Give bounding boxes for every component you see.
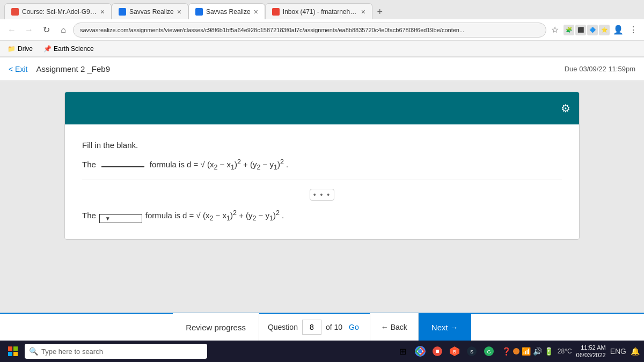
separator	[82, 180, 562, 180]
taskbar-colorful-icon[interactable]: G	[481, 344, 496, 359]
forward-nav-button[interactable]: →	[21, 23, 36, 38]
clock[interactable]: 11:52 AM 06/03/2022	[576, 344, 606, 359]
lang-indicator[interactable]: ENG	[610, 347, 626, 356]
reload-button[interactable]: ↻	[39, 23, 54, 38]
go-button[interactable]: Go	[347, 323, 361, 331]
tab-1[interactable]: Course: Sci-Mr.Adel-G9BD ×	[4, 3, 112, 19]
content-wrapper: ⚙ Fill in the blank. The formula is d = …	[0, 81, 644, 313]
home-button[interactable]: ⌂	[56, 23, 71, 38]
date-display: 06/03/2022	[576, 351, 606, 359]
taskbar-brave-icon[interactable]: B	[447, 344, 462, 359]
dots-section: • • •	[82, 189, 562, 201]
nav-right: ☆ 🧩 ⬛ 🔷 ⭐ 👤 ⋮	[548, 24, 640, 36]
svg-text:S: S	[470, 349, 473, 354]
tab-3-label: Savvas Realize	[206, 8, 251, 16]
question-nav: Question of 10 Go	[259, 313, 370, 341]
gear-icon[interactable]: ⚙	[561, 102, 570, 115]
tab-2[interactable]: Savvas Realize ×	[112, 3, 188, 19]
answer-before: The	[82, 211, 96, 220]
menu-icon[interactable]: ⋮	[627, 24, 640, 36]
start-button[interactable]	[4, 343, 21, 360]
answer-row: The ▼ formula is d = √ (x2 − x1)2 + (y2 …	[82, 209, 562, 223]
next-button[interactable]: Next →	[419, 313, 471, 341]
address-bar[interactable]: savvasrealize.com/assignments/viewer/cla…	[73, 23, 546, 38]
search-placeholder: Type here to search	[41, 348, 103, 356]
notification-icon[interactable]: 🔔	[631, 347, 640, 356]
bookmark-label-2: Earth Science	[54, 45, 94, 53]
fill-blank-instruction: Fill in the blank.	[82, 141, 562, 150]
answer-after: formula is d = √ (x2 − x1)2 + (y2 − y1)2…	[145, 209, 284, 222]
chrome-icon	[415, 346, 426, 357]
bottom-bar: Review progress Question of 10 Go ← Back…	[0, 313, 644, 341]
ext-icon-1[interactable]: 🧩	[564, 25, 574, 35]
sys-tray: ❓ 📶 🔊 🔋	[502, 347, 553, 356]
bookmark-item-1[interactable]: 📁 Drive	[4, 44, 36, 54]
tray-volume-icon[interactable]: 🔊	[533, 347, 542, 356]
bookmark-item-2[interactable]: 📌 Earth Science	[40, 44, 97, 54]
svg-rect-2	[8, 352, 12, 356]
question-card: ⚙ Fill in the blank. The formula is d = …	[64, 92, 580, 240]
app-icon-red	[432, 346, 443, 357]
tab-4-label: Inbox (471) - fmatarneh2018@g	[283, 8, 358, 16]
ext-icon-2[interactable]: ⬛	[575, 25, 586, 35]
tray-question-icon[interactable]: ❓	[502, 347, 511, 356]
brave-icon: B	[449, 346, 460, 357]
tab-2-label: Savvas Realize	[129, 8, 174, 16]
tab-3[interactable]: Savvas Realize ×	[188, 3, 265, 19]
dots-icon[interactable]: • • •	[310, 189, 334, 201]
svg-text:G: G	[487, 349, 491, 354]
ext-icon-4[interactable]: ⭐	[599, 25, 610, 35]
steam-icon: S	[466, 346, 477, 357]
svg-rect-8	[436, 350, 439, 353]
tray-wifi-icon[interactable]: 📶	[522, 347, 531, 356]
taskbar-red-icon[interactable]	[430, 344, 445, 359]
taskbar-steam-icon[interactable]: S	[464, 344, 479, 359]
tab-1-close[interactable]: ×	[100, 8, 105, 16]
back-nav-button[interactable]: ←	[4, 23, 19, 38]
svg-rect-1	[13, 346, 18, 351]
svg-text:B: B	[453, 349, 456, 354]
search-icon: 🔍	[29, 347, 38, 356]
due-date: Due 03/09/22 11:59pm	[565, 65, 635, 73]
dropdown-arrow-icon: ▼	[105, 216, 111, 221]
orange-dot-indicator	[513, 348, 519, 354]
bookmark-icon-2: 📌	[43, 45, 52, 53]
blank-line	[101, 166, 144, 167]
browser-chrome: Course: Sci-Mr.Adel-G9BD × Savvas Realiz…	[0, 0, 644, 57]
svg-rect-0	[8, 346, 12, 351]
of-label: of 10	[326, 323, 342, 331]
review-progress-button[interactable]: Review progress	[173, 313, 259, 341]
tab-2-icon	[119, 8, 126, 16]
new-tab-button[interactable]: +	[372, 4, 387, 19]
app-icon-colorful: G	[484, 346, 494, 357]
tab-2-close[interactable]: ×	[177, 8, 181, 16]
profile-icon[interactable]: 👤	[612, 24, 625, 36]
bookmark-label-1: Drive	[18, 45, 33, 53]
search-box[interactable]: 🔍 Type here to search	[25, 344, 207, 359]
tab-4-close[interactable]: ×	[361, 8, 365, 16]
tab-1-icon	[11, 8, 19, 16]
tab-3-close[interactable]: ×	[254, 8, 258, 16]
assignment-title: Assignment 2 _Feb9	[36, 64, 555, 73]
tray-battery-icon[interactable]: 🔋	[544, 347, 553, 356]
back-button[interactable]: ← Back	[370, 313, 419, 341]
question-display: The formula is d = √ (x2 − x1)2 + (y2 − …	[82, 158, 562, 171]
svg-rect-3	[13, 352, 18, 356]
answer-dropdown[interactable]: ▼	[99, 214, 142, 223]
taskbar-view-button[interactable]: ⊞	[396, 344, 411, 359]
card-header: ⚙	[65, 92, 579, 124]
tab-4[interactable]: Inbox (471) - fmatarneh2018@g ×	[265, 3, 372, 19]
app-content: < Exit Assignment 2 _Feb9 Due 03/09/22 1…	[0, 57, 644, 341]
question-after-blank: formula is d = √ (x2 − x1)2 + (y2 − y1)2…	[150, 158, 288, 171]
question-label: Question	[268, 323, 298, 331]
time-display: 11:52 AM	[576, 344, 606, 351]
main-area: ⚙ Fill in the blank. The formula is d = …	[0, 81, 644, 341]
address-text: savvasrealize.com/assignments/viewer/cla…	[80, 27, 464, 33]
exit-button[interactable]: < Exit	[9, 65, 27, 73]
temperature-label: 28°C	[558, 348, 572, 355]
bookmark-star-icon[interactable]: ☆	[548, 24, 561, 36]
taskbar-chrome-icon[interactable]	[413, 344, 428, 359]
ext-icon-3[interactable]: 🔷	[587, 25, 598, 35]
question-number-input[interactable]	[302, 320, 321, 335]
svg-point-6	[418, 349, 422, 353]
